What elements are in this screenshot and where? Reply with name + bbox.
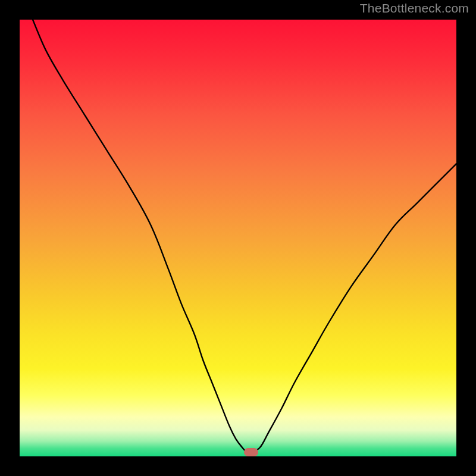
watermark-text: TheBottleneck.com bbox=[360, 1, 469, 15]
curve-right-segment bbox=[251, 164, 456, 452]
optimum-marker-icon bbox=[244, 448, 258, 456]
plot-area bbox=[20, 20, 456, 456]
bottleneck-curve bbox=[20, 20, 456, 456]
chart-frame: TheBottleneck.com bbox=[0, 0, 476, 476]
curve-left-segment bbox=[33, 20, 251, 452]
